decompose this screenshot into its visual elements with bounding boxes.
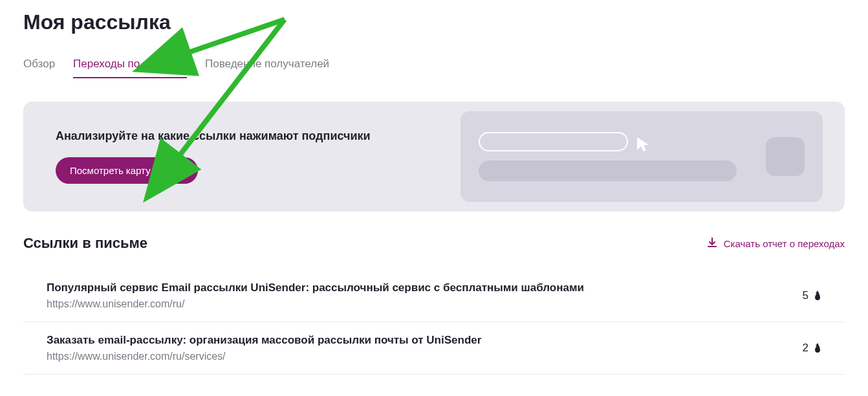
- fire-icon: [814, 291, 821, 301]
- tab-recipient-behavior[interactable]: Поведение получателей: [205, 58, 329, 78]
- banner-illustration: [461, 111, 823, 202]
- click-map-banner: Анализируйте на какие ссылки нажимают по…: [23, 102, 845, 212]
- link-url: https://www.unisender.com/ru/services/: [47, 351, 803, 362]
- tab-link-clicks[interactable]: Переходы по ссылкам: [73, 58, 187, 78]
- link-count: 2: [803, 342, 808, 355]
- link-url: https://www.unisender.com/ru/: [47, 298, 803, 310]
- tabs: Обзор Переходы по ссылкам Поведение полу…: [0, 39, 868, 78]
- link-title: Заказать email-рассылку: организация мас…: [47, 334, 803, 347]
- page-title: Моя рассылка: [0, 0, 868, 39]
- list-item[interactable]: Заказать email-рассылку: организация мас…: [23, 322, 845, 375]
- tab-overview[interactable]: Обзор: [23, 58, 55, 78]
- link-count: 5: [803, 289, 808, 302]
- download-report-label: Скачать отчет о переходах: [724, 238, 845, 249]
- view-click-map-button[interactable]: Посмотреть карту кликов: [56, 157, 198, 184]
- fire-icon: [814, 343, 821, 353]
- banner-title: Анализируйте на какие ссылки нажимают по…: [56, 129, 371, 143]
- list-item[interactable]: Популярный сервис Email рассылки UniSend…: [23, 270, 845, 322]
- links-list: Популярный сервис Email рассылки UniSend…: [0, 258, 868, 375]
- cursor-icon: [636, 136, 651, 155]
- download-icon: [707, 237, 717, 250]
- link-title: Популярный сервис Email рассылки UniSend…: [47, 281, 803, 294]
- links-section-title: Ссылки в письме: [23, 235, 147, 252]
- download-report-link[interactable]: Скачать отчет о переходах: [707, 237, 845, 250]
